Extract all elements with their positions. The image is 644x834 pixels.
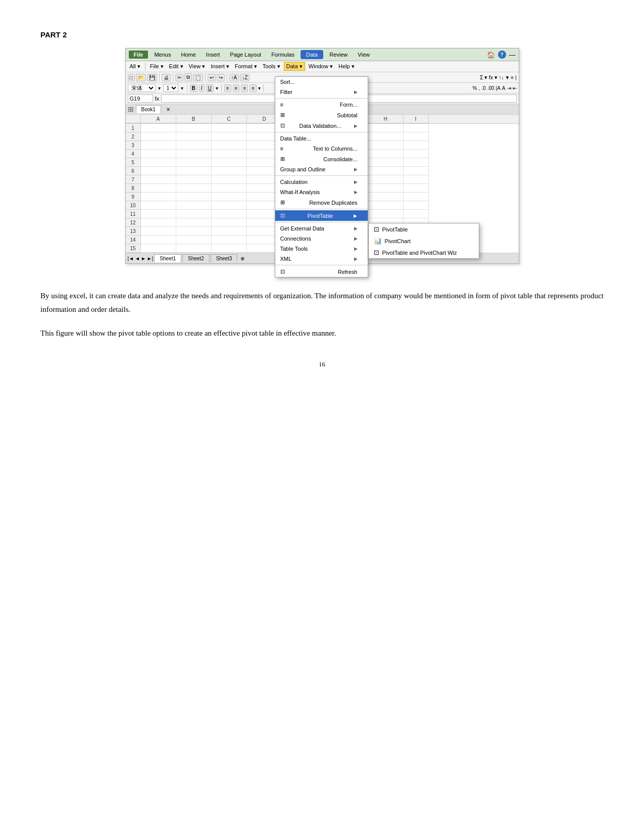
grid-cell[interactable] bbox=[368, 184, 404, 193]
cut-btn[interactable]: ✂ bbox=[175, 74, 183, 81]
grid-cell[interactable] bbox=[212, 184, 247, 193]
sheet1-tab[interactable]: Book1 bbox=[136, 105, 161, 113]
grid-cell[interactable] bbox=[212, 236, 247, 244]
grid-cell[interactable] bbox=[176, 210, 212, 218]
nav-next-icon[interactable]: ► bbox=[141, 256, 146, 261]
grid-cell[interactable] bbox=[368, 132, 404, 141]
ribbon-insert-tab[interactable]: Insert bbox=[202, 51, 224, 59]
grid-cell[interactable] bbox=[176, 175, 212, 184]
menu-datatable[interactable]: Data Table... bbox=[275, 133, 368, 144]
underline-btn[interactable]: U bbox=[206, 84, 214, 92]
grid-cell[interactable] bbox=[141, 201, 176, 210]
data-menu[interactable]: Data ▾ bbox=[284, 62, 305, 71]
menu-xml[interactable]: XML ▶ bbox=[275, 254, 368, 264]
grid-cell[interactable] bbox=[141, 150, 176, 158]
question-icon[interactable]: ? bbox=[498, 51, 506, 59]
menu-texttocols[interactable]: ≡ Text to Columns... bbox=[275, 144, 368, 154]
redo-btn[interactable]: ↪ bbox=[217, 74, 225, 81]
grid-cell[interactable] bbox=[176, 124, 212, 132]
new-btn[interactable]: □ bbox=[128, 74, 135, 81]
sheet1-bottom-tab[interactable]: Sheet1 bbox=[154, 254, 181, 262]
submenu-pivotchart[interactable]: 📊 PivotChart bbox=[369, 235, 479, 247]
bold-btn[interactable]: B bbox=[190, 84, 197, 92]
grid-cell[interactable] bbox=[176, 236, 212, 244]
tools-menu[interactable]: Tools ▾ bbox=[261, 63, 282, 70]
grid-cell[interactable] bbox=[212, 193, 247, 201]
menu-removeduplicates[interactable]: ⊞ Remove Duplicates bbox=[275, 197, 368, 208]
grid-cell[interactable] bbox=[176, 193, 212, 201]
grid-cell[interactable] bbox=[368, 193, 404, 201]
grid-cell[interactable] bbox=[404, 201, 429, 210]
grid-cell[interactable] bbox=[176, 132, 212, 141]
grid-cell[interactable] bbox=[141, 124, 176, 132]
menu-datavalidation[interactable]: ⊡ Data Validation... ▶ bbox=[275, 120, 368, 131]
window-menu[interactable]: Window ▾ bbox=[307, 63, 335, 70]
grid-cell[interactable] bbox=[141, 227, 176, 236]
sheet2-bottom-tab[interactable]: Sheet2 bbox=[182, 254, 210, 262]
copy-btn[interactable]: ⧉ bbox=[184, 73, 192, 81]
grid-cell[interactable] bbox=[404, 210, 429, 218]
save-btn[interactable]: 💾 bbox=[147, 74, 157, 81]
ribbon-file-tab[interactable]: File bbox=[129, 51, 148, 59]
grid-cell[interactable] bbox=[212, 167, 247, 175]
menu-subtotal[interactable]: ⊞ Subtotal bbox=[275, 110, 368, 120]
grid-cell[interactable] bbox=[404, 141, 429, 150]
align-center-btn[interactable]: ≡ bbox=[233, 84, 240, 92]
sort-desc-btn[interactable]: ↓Z bbox=[240, 74, 250, 81]
menu-consolidate[interactable]: ⊞ Consolidate... bbox=[275, 154, 368, 164]
grid-cell[interactable] bbox=[141, 244, 176, 253]
menu-form[interactable]: ≡ Form... bbox=[275, 100, 368, 110]
grid-cell[interactable] bbox=[141, 141, 176, 150]
minimize-icon[interactable]: — bbox=[509, 51, 516, 59]
menu-refresh[interactable]: ⊡ Refresh bbox=[275, 266, 368, 277]
grid-cell[interactable] bbox=[368, 141, 404, 150]
format-menu[interactable]: Format ▾ bbox=[233, 63, 259, 70]
file-menu[interactable]: File ▾ bbox=[148, 63, 166, 70]
grid-cell[interactable] bbox=[176, 218, 212, 227]
grid-cell[interactable] bbox=[404, 184, 429, 193]
ribbon-pagelayout-tab[interactable]: Page Layout bbox=[226, 51, 265, 59]
grid-cell[interactable] bbox=[212, 158, 247, 167]
grid-cell[interactable] bbox=[141, 175, 176, 184]
undo-btn[interactable]: ↩ bbox=[208, 74, 216, 81]
menu-filter[interactable]: Filter ▶ bbox=[275, 87, 368, 97]
grid-cell[interactable] bbox=[212, 244, 247, 253]
menu-sort[interactable]: Sort... bbox=[275, 77, 368, 87]
grid-cell[interactable] bbox=[176, 227, 212, 236]
grid-cell[interactable] bbox=[368, 167, 404, 175]
font-name-select[interactable]: 宋体 bbox=[128, 84, 156, 92]
nav-first-icon[interactable]: |◄ bbox=[128, 256, 134, 261]
grid-cell[interactable] bbox=[176, 184, 212, 193]
grid-cell[interactable] bbox=[141, 193, 176, 201]
view-menu[interactable]: View ▾ bbox=[187, 63, 208, 70]
grid-cell[interactable] bbox=[141, 158, 176, 167]
grid-cell[interactable] bbox=[368, 124, 404, 132]
menu-whatif[interactable]: What-If Analysis ▶ bbox=[275, 187, 368, 197]
menu-getexternal[interactable]: Get External Data ▶ bbox=[275, 223, 368, 234]
font-size-select[interactable]: 11 bbox=[163, 84, 178, 92]
grid-cell[interactable] bbox=[368, 210, 404, 218]
submenu-pivottablewiz[interactable]: ⊡ PivotTable and PivotChart Wiz bbox=[369, 247, 479, 258]
menu-calculation[interactable]: Calculation ▶ bbox=[275, 177, 368, 187]
help-menu[interactable]: Help ▾ bbox=[336, 63, 357, 70]
grid-cell[interactable] bbox=[212, 150, 247, 158]
grid-cell[interactable] bbox=[176, 201, 212, 210]
ribbon-review-tab[interactable]: Review bbox=[325, 51, 352, 59]
ribbon-menus-tab[interactable]: Menus bbox=[150, 51, 175, 59]
cell-reference-input[interactable] bbox=[128, 95, 153, 103]
grid-cell[interactable] bbox=[404, 175, 429, 184]
grid-cell[interactable] bbox=[141, 236, 176, 244]
menu-connections[interactable]: Connections ▶ bbox=[275, 234, 368, 244]
grid-cell[interactable] bbox=[212, 227, 247, 236]
grid-cell[interactable] bbox=[212, 201, 247, 210]
open-btn[interactable]: 📂 bbox=[136, 74, 146, 81]
grid-cell[interactable] bbox=[404, 124, 429, 132]
submenu-pivottable[interactable]: ⊡ PivotTable bbox=[369, 223, 479, 235]
grid-cell[interactable] bbox=[212, 124, 247, 132]
all-menu[interactable]: All ▾ bbox=[128, 63, 142, 70]
add-sheet-icon[interactable]: ⊕ bbox=[240, 256, 244, 261]
nav-prev-icon[interactable]: ◄ bbox=[135, 256, 140, 261]
grid-cell[interactable] bbox=[212, 141, 247, 150]
grid-cell[interactable] bbox=[368, 158, 404, 167]
grid-cell[interactable] bbox=[404, 132, 429, 141]
